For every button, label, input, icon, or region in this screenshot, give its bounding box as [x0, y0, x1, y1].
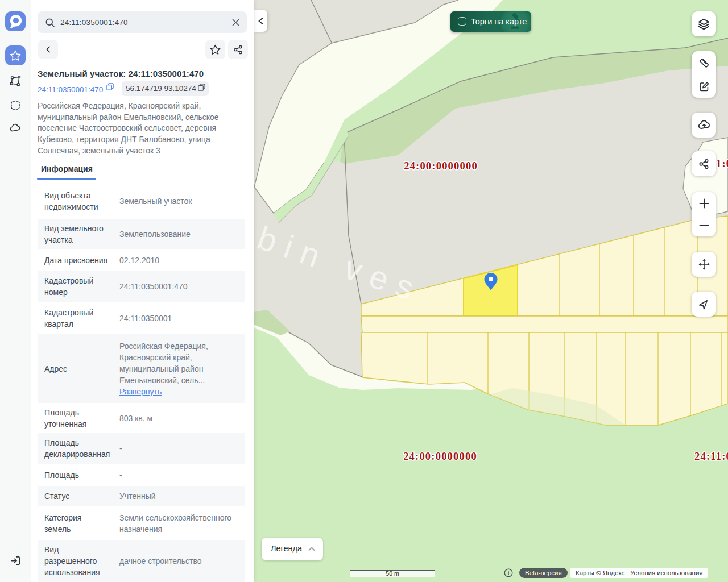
svg-text:24:11:03: 24:11:03	[694, 451, 728, 462]
svg-text:24:00:0000000: 24:00:0000000	[404, 160, 478, 172]
svg-text:24:00:0000000: 24:00:0000000	[403, 451, 477, 462]
svg-text:1:0: 1:0	[716, 158, 728, 169]
